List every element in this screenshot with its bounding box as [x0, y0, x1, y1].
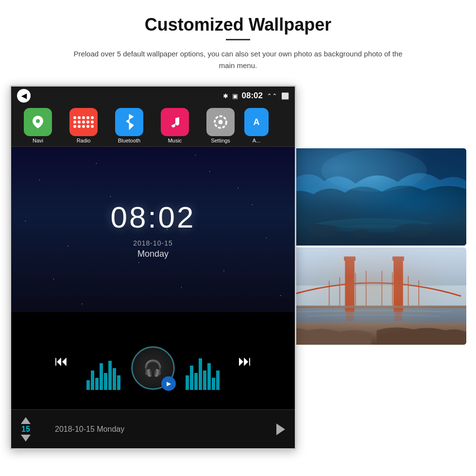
bluetooth-label: Bluetooth	[118, 138, 140, 143]
music-app-icon	[161, 108, 189, 136]
svg-rect-16	[393, 259, 403, 312]
bridge-photo	[282, 247, 466, 345]
music-player: 🎧 ▶ ⏮ ⏭	[11, 312, 295, 409]
car-screen: ◀ ✱ ▣ 08:02 ⌃⌃ ⬜ Navi	[10, 85, 296, 450]
window-icon: ⬜	[281, 92, 289, 100]
svg-rect-11	[282, 247, 466, 307]
settings-label: Settings	[211, 138, 230, 143]
signal-icon: ▣	[232, 92, 238, 100]
more-label: A...	[253, 138, 261, 143]
content-area: ◀ ✱ ▣ 08:02 ⌃⌃ ⬜ Navi	[10, 85, 466, 450]
page-subtitle: Preload over 5 default wallpaper options…	[68, 48, 408, 71]
eq-bar	[86, 380, 90, 390]
bluetooth-status-icon: ✱	[223, 92, 228, 100]
navi-label: Navi	[33, 138, 43, 143]
eq-bar	[212, 378, 215, 390]
prev-button[interactable]: ⏮	[54, 353, 68, 369]
status-bar: ◀ ✱ ▣ 08:02 ⌃⌃ ⬜	[11, 87, 295, 105]
eq-bar	[216, 370, 220, 390]
title-divider	[226, 39, 250, 40]
app-item-radio[interactable]: Radio	[62, 108, 105, 143]
svg-rect-28	[346, 308, 353, 321]
navi-icon	[24, 108, 52, 136]
app-item-more[interactable]: A A...	[244, 108, 269, 143]
track-navigator[interactable]: 15	[21, 417, 31, 441]
app-item-settings[interactable]: Settings	[199, 108, 242, 143]
more-app-icon: A	[244, 108, 269, 136]
svg-point-8	[350, 229, 371, 238]
page-title: Customized Wallpaper	[145, 15, 332, 35]
svg-rect-29	[394, 308, 402, 321]
eq-bar	[95, 378, 99, 390]
app-icons-bar: Navi	[11, 105, 295, 147]
ice-cave-photo	[282, 148, 466, 246]
ice-cave-svg	[282, 148, 466, 246]
bottom-bar: 15 2018-10-15 Monday	[11, 409, 295, 448]
clock-display: 08:02	[110, 200, 195, 234]
radio-label: Radio	[77, 138, 91, 143]
svg-rect-5	[282, 148, 466, 246]
play-button[interactable]: ▶	[161, 376, 176, 391]
svg-rect-15	[345, 259, 355, 312]
day-display: Monday	[137, 249, 169, 259]
app-item-bluetooth[interactable]: Bluetooth	[107, 108, 151, 143]
expand-icon: ⌃⌃	[267, 92, 277, 100]
bridge-svg	[282, 247, 466, 345]
svg-point-10	[321, 149, 426, 192]
main-screen: 08:02 2018-10-15 Monday	[11, 147, 295, 312]
eq-bar	[194, 373, 198, 390]
back-button[interactable]: ◀	[17, 89, 31, 103]
svg-point-9	[395, 223, 432, 237]
svg-rect-19	[282, 306, 466, 308]
track-down-button[interactable]	[21, 435, 31, 441]
eq-bar	[190, 366, 193, 390]
eq-bar	[203, 370, 206, 390]
svg-rect-6	[282, 148, 466, 246]
eq-bar	[91, 370, 94, 390]
track-up-button[interactable]	[21, 417, 31, 424]
svg-rect-17	[344, 257, 356, 261]
svg-point-7	[308, 225, 340, 238]
app-item-navi[interactable]: Navi	[16, 108, 60, 143]
svg-rect-12	[282, 285, 466, 306]
eq-bar	[104, 373, 107, 390]
status-time: 08:02	[242, 91, 263, 101]
bluetooth-app-icon	[115, 108, 143, 136]
svg-point-3	[218, 120, 223, 124]
settings-app-icon	[206, 108, 235, 136]
svg-rect-14	[282, 322, 466, 345]
music-label: Music	[168, 138, 182, 143]
bottom-date: 2018-10-15 Monday	[55, 425, 124, 434]
status-right: ✱ ▣ 08:02 ⌃⌃ ⬜	[223, 91, 289, 101]
next-button[interactable]: ⏭	[238, 353, 252, 369]
svg-point-0	[36, 119, 40, 123]
track-number: 15	[21, 425, 30, 434]
forward-icon	[276, 423, 285, 435]
svg-rect-18	[392, 257, 404, 261]
photos-panel	[282, 148, 466, 345]
eq-bar	[117, 375, 120, 390]
svg-rect-13	[282, 307, 466, 333]
eq-bar	[113, 368, 116, 390]
eq-bar	[186, 375, 189, 390]
app-item-music[interactable]: Music	[153, 108, 197, 143]
date-display: 2018-10-15	[133, 239, 173, 247]
radio-icon	[69, 108, 98, 136]
